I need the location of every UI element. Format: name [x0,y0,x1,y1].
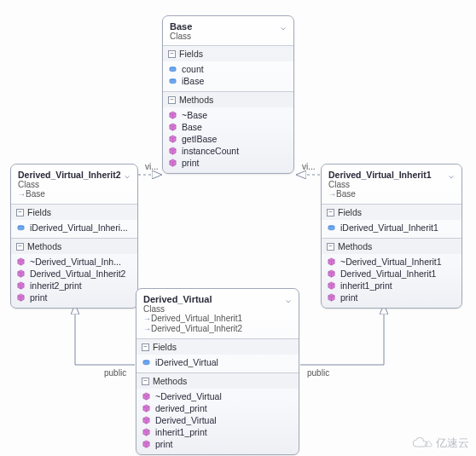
method-item[interactable]: print [325,291,458,303]
field-item[interactable]: iDerived_Virtual_Inheri... [15,222,134,234]
method-item[interactable]: ~Derived_Virtual_Inh... [15,256,134,268]
class-header: Base Class ⌵ [163,16,293,45]
method-icon [327,293,336,303]
collapse-icon[interactable]: − [142,343,149,351]
member-name: print [340,292,357,303]
class-box-derived-virtual[interactable]: Derived_Virtual Class →Derived_Virtual_I… [136,288,299,455]
inherits-item: Derived_Virtual_Inherit2 [151,324,242,333]
fields-label: Fields [179,49,203,59]
collapse-icon[interactable]: − [168,50,176,58]
field-item[interactable]: count [166,63,290,75]
inherits-arrow-icon: → [18,189,26,199]
field-item[interactable]: iBase [166,75,290,87]
class-kind: Class [328,180,455,189]
method-item[interactable]: ~Base [166,109,290,121]
class-inherits: →Base [328,189,455,199]
method-item[interactable]: inherit1_print [140,426,295,438]
method-icon [142,428,151,437]
method-item[interactable]: Derived_Virtual_Inherit2 [15,268,134,280]
method-item[interactable]: print [166,157,290,169]
member-name: iDerived_Virtual [155,357,218,367]
class-header: Derived_Virtual Class →Derived_Virtual_I… [136,289,299,338]
field-item[interactable]: iDerived_Virtual [140,356,295,368]
collapse-icon[interactable]: − [327,209,334,216]
collapse-icon[interactable]: − [168,96,176,104]
fields-label: Fields [27,207,51,217]
diagram-canvas: vi... vi... public public Base Class ⌵ −… [0,0,476,456]
collapse-icon[interactable]: − [16,243,24,251]
methods-section-header[interactable]: − Methods [11,238,137,254]
class-header: Derived_Virtual_Inherit1 Class →Base ⌵ [322,165,461,204]
chevron-up-icon[interactable]: ⌵ [278,21,288,32]
methods-section-header[interactable]: − Methods [136,372,299,389]
method-item[interactable]: Derived_Virtual [140,414,295,426]
method-item[interactable]: ~Derived_Virtual_Inherit1 [325,256,458,268]
method-item[interactable]: Base [166,121,290,133]
watermark-text: 亿速云 [436,436,469,451]
method-icon [168,123,177,132]
member-name: ~Derived_Virtual_Inh... [30,257,121,267]
methods-section-header[interactable]: − Methods [322,238,461,254]
methods-list: ~Derived_Virtual_Inh...Derived_Virtual_I… [11,254,137,308]
method-icon [168,111,177,120]
inherits-item: Base [26,189,45,199]
method-item[interactable]: inherit1_print [325,280,458,291]
collapse-icon[interactable]: − [142,378,149,385]
fields-section-header[interactable]: − Fields [136,338,299,355]
fields-section-header[interactable]: − Fields [322,204,461,220]
method-icon [16,257,26,267]
method-item[interactable]: inherit2_print [15,280,134,291]
method-icon [168,159,177,168]
methods-list: ~Derived_Virtualderived_printDerived_Vir… [136,389,299,454]
class-kind: Class [170,32,287,41]
methods-section-header[interactable]: − Methods [163,91,293,107]
member-name: count [182,64,204,74]
method-icon [168,147,177,156]
member-name: getIBase [182,134,217,144]
member-name: ~Derived_Virtual [155,391,222,401]
collapse-icon[interactable]: − [16,209,24,216]
fields-list: iDerived_Virtual [136,355,299,372]
method-item[interactable]: derived_print [140,402,295,414]
inherits-arrow-icon: → [143,324,151,334]
field-icon [327,223,336,233]
class-box-inherit1[interactable]: Derived_Virtual_Inherit1 Class →Base ⌵ −… [321,164,462,309]
class-inherits: →Base [18,189,131,199]
fields-label: Fields [338,207,362,217]
class-title: Derived_Virtual_Inherit1 [328,170,455,180]
methods-list: ~BaseBasegetIBaseinstanceCountprint [163,107,293,173]
chevron-up-icon[interactable]: ⌵ [446,170,456,180]
method-item[interactable]: getIBase [166,133,290,145]
field-item[interactable]: iDerived_Virtual_Inherit1 [325,222,458,234]
method-icon [16,293,26,303]
method-item[interactable]: print [140,438,295,450]
inherits-item: Base [336,189,356,199]
collapse-icon[interactable]: − [327,243,334,251]
method-item[interactable]: instanceCount [166,145,290,157]
fields-section-header[interactable]: − Fields [163,45,293,61]
method-item[interactable]: ~Derived_Virtual [140,390,295,402]
class-kind: Class [143,304,292,314]
chevron-up-icon[interactable]: ⌵ [283,294,293,304]
method-icon [142,392,151,401]
class-kind: Class [18,180,131,189]
member-name: inherit1_print [340,280,392,291]
member-name: Derived_Virtual_Inherit1 [340,268,436,279]
class-title: Derived_Virtual [143,294,292,304]
method-item[interactable]: print [15,291,134,303]
member-name: print [182,158,199,168]
connector-label-public-right: public [307,368,329,378]
member-name: derived_print [155,403,207,413]
watermark: 亿速云 [410,436,469,451]
class-box-inherit2[interactable]: Derived_Virtual_Inherit2 Class →Base ⌵ −… [10,164,138,309]
member-name: inherit1_print [155,427,207,437]
cloud-icon [410,436,432,450]
fields-section-header[interactable]: − Fields [11,204,137,220]
member-name: Base [182,122,202,132]
chevron-up-icon[interactable]: ⌵ [122,170,132,180]
method-item[interactable]: Derived_Virtual_Inherit1 [325,268,458,280]
method-icon [168,135,177,144]
class-box-base[interactable]: Base Class ⌵ − Fields countiBase − Metho… [162,15,294,174]
method-icon [327,257,336,267]
methods-label: Methods [338,241,372,251]
